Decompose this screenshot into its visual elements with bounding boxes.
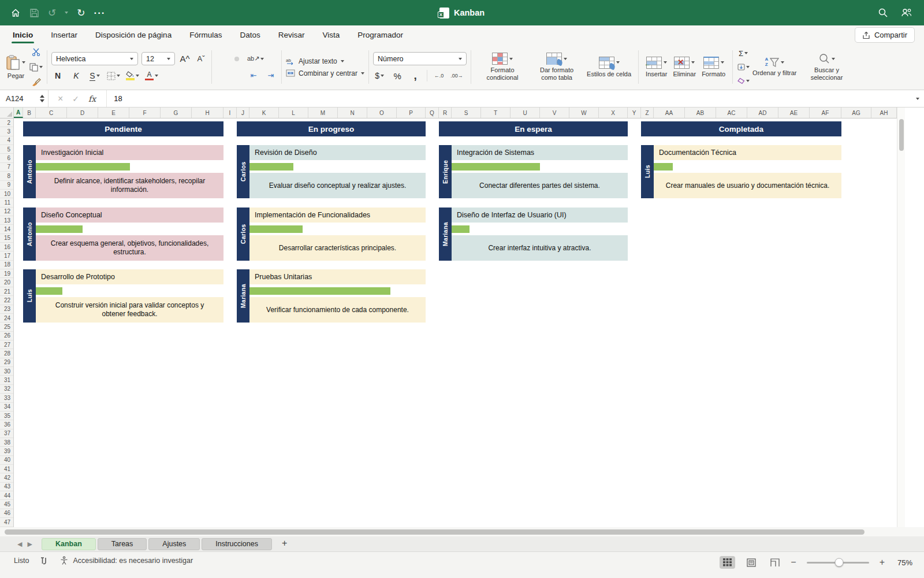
row-header-33[interactable]: 33 <box>0 394 13 402</box>
row-header-13[interactable]: 13 <box>0 216 13 225</box>
percent-button[interactable]: % <box>391 69 404 82</box>
kanban-card[interactable]: CarlosImplementación de FuncionalidadesD… <box>237 208 426 261</box>
column-header-AA[interactable]: AA <box>654 108 685 118</box>
more-commands-icon[interactable]: ··· <box>94 8 106 18</box>
column-header-AG[interactable]: AG <box>841 108 871 118</box>
formula-bar-collapse-icon[interactable] <box>916 98 919 100</box>
row-header-23[interactable]: 23 <box>0 305 13 314</box>
fill-color-button[interactable] <box>126 69 139 82</box>
align-center-button[interactable] <box>225 73 230 78</box>
column-header-H[interactable]: H <box>192 108 223 118</box>
column-header-I[interactable]: I <box>223 108 237 118</box>
page-layout-view-button[interactable] <box>743 556 759 569</box>
zoom-in-button[interactable]: + <box>880 558 885 567</box>
add-sheet-button[interactable]: + <box>274 538 295 550</box>
row-header-40[interactable]: 40 <box>0 456 13 465</box>
row-header-31[interactable]: 31 <box>0 376 13 384</box>
column-header-AC[interactable]: AC <box>716 108 747 118</box>
column-header-M[interactable]: M <box>308 108 338 118</box>
row-header-18[interactable]: 18 <box>0 261 13 269</box>
tab-inicio[interactable]: Inicio <box>12 27 34 43</box>
copy-chevron-icon[interactable] <box>39 66 43 68</box>
sheet-canvas[interactable]: PendienteAntonioInvestigación InicialDef… <box>14 118 897 527</box>
keyboard-mode-icon[interactable] <box>39 556 49 565</box>
tab-datos[interactable]: Datos <box>239 27 261 43</box>
orientation-button[interactable]: ab↗ <box>247 53 264 65</box>
row-header-37[interactable]: 37 <box>0 429 13 438</box>
column-header-O[interactable]: O <box>367 108 397 118</box>
cell-styles-button[interactable]: Estilos de celda <box>584 57 634 78</box>
formula-input[interactable]: 18 <box>106 90 122 107</box>
column-header-Y[interactable]: Y <box>628 108 641 118</box>
paste-chevron-icon[interactable] <box>22 61 25 64</box>
row-header-26[interactable]: 26 <box>0 332 13 340</box>
comma-style-button[interactable]: , <box>409 69 422 82</box>
search-icon[interactable] <box>878 8 888 18</box>
column-header-L[interactable]: L <box>279 108 308 118</box>
row-header-30[interactable]: 30 <box>0 367 13 376</box>
align-middle-button[interactable] <box>225 57 230 61</box>
align-top-button[interactable] <box>216 57 221 61</box>
font-color-button[interactable]: A <box>145 69 158 82</box>
format-painter-button[interactable] <box>29 76 43 88</box>
home-icon[interactable] <box>10 8 21 18</box>
row-header-28[interactable]: 28 <box>0 349 13 358</box>
row-header-8[interactable]: 8 <box>0 172 13 180</box>
enter-icon[interactable]: ✓ <box>72 94 79 103</box>
column-header-D[interactable]: D <box>67 108 98 118</box>
column-header-K[interactable]: K <box>249 108 279 118</box>
kanban-column-header[interactable]: Completada <box>641 121 841 136</box>
row-header-15[interactable]: 15 <box>0 234 13 243</box>
column-header-S[interactable]: S <box>452 108 481 118</box>
accessibility-status[interactable]: Accesibilidad: es necesario investigar <box>59 556 193 565</box>
select-all-corner[interactable] <box>0 108 14 118</box>
column-header-P[interactable]: P <box>397 108 426 118</box>
vertical-scrollbar-thumb[interactable] <box>899 119 904 151</box>
kanban-column-header[interactable]: En progreso <box>237 121 426 136</box>
sort-filter-button[interactable]: AZ Ordenar y filtrar <box>750 57 799 76</box>
insert-function-icon[interactable]: fx <box>88 94 96 103</box>
row-header-12[interactable]: 12 <box>0 208 13 216</box>
borders-button[interactable] <box>107 69 120 82</box>
row-header-39[interactable]: 39 <box>0 447 13 455</box>
decrease-indent-button[interactable]: ⇤ <box>247 69 260 82</box>
row-header-20[interactable]: 20 <box>0 278 13 287</box>
number-format-select[interactable]: Número <box>373 52 467 65</box>
column-header-AF[interactable]: AF <box>810 108 841 118</box>
align-right-button[interactable] <box>234 73 239 78</box>
zoom-slider-thumb[interactable] <box>834 558 843 567</box>
kanban-card[interactable]: CarlosRevisión de DiseñoEvaluar diseño c… <box>237 145 426 198</box>
italic-button[interactable]: K <box>70 69 83 82</box>
row-header-29[interactable]: 29 <box>0 358 13 367</box>
clear-button[interactable] <box>737 75 750 87</box>
font-name-select[interactable]: Helvetica <box>51 52 138 65</box>
copy-button[interactable] <box>29 61 43 73</box>
row-header-7[interactable]: 7 <box>0 163 13 172</box>
row-header-14[interactable]: 14 <box>0 225 13 234</box>
tab-vista[interactable]: Vista <box>321 27 341 43</box>
sheet-tab-kanban[interactable]: Kanban <box>42 538 96 550</box>
kanban-column-header[interactable]: En espera <box>439 121 628 136</box>
underline-button[interactable]: S <box>88 69 101 82</box>
tab-formulas[interactable]: Fórmulas <box>188 27 223 43</box>
row-header-2[interactable]: 2 <box>0 118 13 127</box>
kanban-card[interactable]: MarianaPruebas UnitariasVerificar funcio… <box>237 269 426 323</box>
horizontal-scrollbar[interactable] <box>0 527 924 536</box>
bold-button[interactable]: N <box>51 69 64 82</box>
row-header-16[interactable]: 16 <box>0 243 13 251</box>
increase-decimal-button[interactable]: ←.0 <box>433 69 445 82</box>
vertical-scrollbar[interactable] <box>897 108 905 527</box>
row-header-17[interactable]: 17 <box>0 251 13 260</box>
increase-indent-button[interactable]: ⇥ <box>264 69 277 82</box>
row-header-34[interactable]: 34 <box>0 403 13 412</box>
currency-button[interactable]: $ <box>373 69 386 82</box>
column-header-X[interactable]: X <box>599 108 628 118</box>
row-header-47[interactable]: 47 <box>0 518 13 527</box>
column-header-AH[interactable]: AH <box>871 108 897 118</box>
delete-cells-button[interactable]: ✕ Eliminar <box>670 57 699 78</box>
insert-cells-button[interactable]: ← Insertar <box>643 57 670 78</box>
save-icon[interactable] <box>29 8 39 18</box>
column-header-A[interactable]: A <box>14 108 23 118</box>
row-header-35[interactable]: 35 <box>0 412 13 420</box>
row-header-5[interactable]: 5 <box>0 145 13 154</box>
